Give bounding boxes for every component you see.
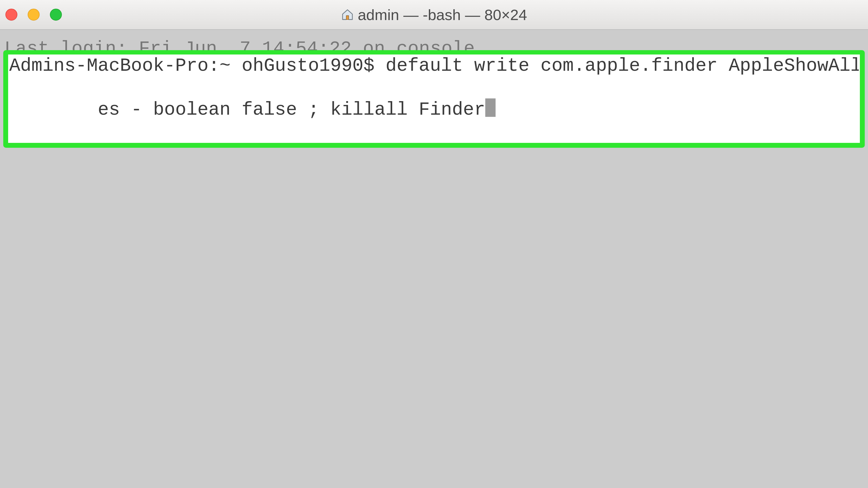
close-window-button[interactable] — [5, 9, 18, 21]
zoom-window-button[interactable] — [50, 9, 62, 21]
command-line-2-text: es - boolean false ; killall Finder — [98, 99, 485, 120]
command-box: Admins-MacBook-Pro:~ ohGusto1990$ defaul… — [8, 55, 860, 143]
svg-rect-0 — [346, 16, 348, 20]
terminal-area[interactable]: Last login: Fri Jun 7 14:54:22 on consol… — [0, 30, 868, 488]
window-title-text: admin — -bash — 80×24 — [358, 6, 527, 24]
window-title: admin — -bash — 80×24 — [341, 6, 527, 24]
minimize-window-button[interactable] — [28, 9, 40, 21]
text-cursor — [485, 98, 496, 117]
highlighted-command-band: Admins-MacBook-Pro:~ ohGusto1990$ defaul… — [3, 50, 865, 148]
traffic-lights — [5, 9, 62, 21]
command-line-1[interactable]: Admins-MacBook-Pro:~ ohGusto1990$ defaul… — [9, 55, 859, 77]
window-titlebar: admin — -bash — 80×24 — [0, 0, 868, 30]
home-folder-icon — [341, 8, 354, 21]
command-line-2[interactable]: es - boolean false ; killall Finder — [9, 77, 859, 142]
